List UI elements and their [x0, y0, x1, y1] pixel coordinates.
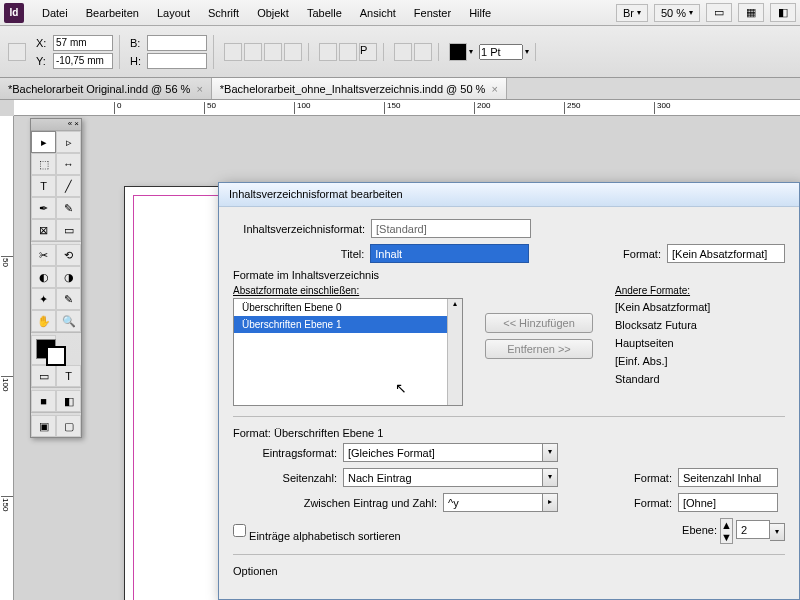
chevron-down-icon[interactable]: ▾ — [543, 443, 558, 462]
preview-view-icon[interactable]: ▢ — [56, 415, 81, 437]
pathfinder-icon[interactable] — [394, 43, 412, 61]
type-tool[interactable]: T — [31, 175, 56, 197]
remove-button[interactable]: Entfernen >> — [485, 339, 593, 359]
menu-datei[interactable]: Datei — [34, 3, 76, 23]
page-number-label: Seitenzahl: — [233, 472, 343, 484]
free-transform-tool[interactable]: ⟲ — [56, 244, 81, 266]
x-input[interactable] — [53, 35, 113, 51]
arrange-icon[interactable]: ◧ — [770, 3, 796, 22]
line-tool[interactable]: ╱ — [56, 175, 81, 197]
stepper-up-icon[interactable]: ▲ — [721, 519, 732, 531]
align-icon[interactable] — [414, 43, 432, 61]
toc-format-field[interactable] — [371, 219, 531, 238]
menu-tabelle[interactable]: Tabelle — [299, 3, 350, 23]
list-item[interactable]: Blocksatz Futura — [615, 316, 710, 334]
page-format-select[interactable] — [678, 468, 778, 487]
list-item-selected[interactable]: Überschriften Ebene 1 — [234, 316, 462, 333]
format-subheading: Format: Überschriften Ebene 1 — [233, 427, 785, 439]
list-item[interactable]: [Kein Absatzformat] — [615, 298, 710, 316]
entry-format-label: Eintragsformat: — [233, 447, 343, 459]
apply-gradient-icon[interactable]: ◧ — [56, 390, 81, 412]
scissors-tool[interactable]: ✂ — [31, 244, 56, 266]
zoom-tool[interactable]: 🔍 — [56, 310, 81, 332]
w-input[interactable] — [147, 35, 207, 51]
pen-tool[interactable]: ✒ — [31, 197, 56, 219]
alpha-sort-input[interactable] — [233, 521, 246, 540]
other-formats-list[interactable]: [Kein Absatzformat] Blocksatz Futura Hau… — [615, 298, 710, 388]
page-format-label: Format: — [608, 472, 678, 484]
stroke-weight-input[interactable] — [479, 44, 523, 60]
selection-tool[interactable]: ▸ — [31, 131, 56, 153]
gap-tool[interactable]: ↔ — [56, 153, 81, 175]
note-tool[interactable]: ✦ — [31, 288, 56, 310]
menu-schrift[interactable]: Schrift — [200, 3, 247, 23]
fill-stroke-swatch[interactable] — [31, 335, 56, 365]
list-item[interactable]: Standard — [615, 370, 710, 388]
page-tool[interactable]: ⬚ — [31, 153, 56, 175]
menu-fenster[interactable]: Fenster — [406, 3, 459, 23]
view-mode-icon[interactable]: ▭ — [706, 3, 732, 22]
vertical-ruler: 50 100 150 — [0, 116, 14, 600]
stepper-down-icon[interactable]: ▼ — [721, 531, 732, 543]
entry-format-select[interactable] — [343, 443, 543, 462]
between-format-select[interactable] — [678, 493, 778, 512]
menu-bearbeiten[interactable]: Bearbeiten — [78, 3, 147, 23]
list-item[interactable]: Überschriften Ebene 0 — [234, 299, 462, 316]
formatting-text-icon[interactable]: T — [56, 365, 81, 387]
menu-ansicht[interactable]: Ansicht — [352, 3, 404, 23]
title-input[interactable] — [370, 244, 529, 263]
list-item[interactable]: [Einf. Abs.] — [615, 352, 710, 370]
flip-v-icon[interactable] — [339, 43, 357, 61]
shear-icon[interactable] — [284, 43, 302, 61]
between-input[interactable] — [443, 493, 543, 512]
eyedropper-tool[interactable]: ✎ — [56, 288, 81, 310]
section-formats: Formate im Inhaltsverzeichnis — [233, 269, 785, 281]
rectangle-frame-tool[interactable]: ⊠ — [31, 219, 56, 241]
include-listbox[interactable]: Überschriften Ebene 0 Überschriften Eben… — [233, 298, 463, 406]
menu-layout[interactable]: Layout — [149, 3, 198, 23]
gradient-feather-tool[interactable]: ◑ — [56, 266, 81, 288]
formatting-container-icon[interactable]: ▭ — [31, 365, 56, 387]
hand-tool[interactable]: ✋ — [31, 310, 56, 332]
tab-original[interactable]: *Bachelorarbeit Original.indd @ 56 %× — [0, 78, 212, 99]
level-input[interactable] — [736, 520, 770, 539]
control-bar: X: Y: B: H: P ▾ ▾ — [0, 26, 800, 78]
page-number-select[interactable] — [343, 468, 543, 487]
para-format-select[interactable] — [667, 244, 785, 263]
level-label: Ebene: — [682, 524, 717, 536]
zoom-level[interactable]: 50 %▾ — [654, 4, 700, 22]
direct-selection-tool[interactable]: ▹ — [56, 131, 81, 153]
menu-hilfe[interactable]: Hilfe — [461, 3, 499, 23]
close-icon[interactable]: × — [196, 83, 202, 95]
pencil-tool[interactable]: ✎ — [56, 197, 81, 219]
h-input[interactable] — [147, 53, 207, 69]
flyout-icon[interactable]: ▸ — [543, 493, 558, 512]
gradient-swatch-tool[interactable]: ◐ — [31, 266, 56, 288]
rectangle-tool[interactable]: ▭ — [56, 219, 81, 241]
chevron-down-icon[interactable]: ▾ — [770, 523, 785, 541]
add-button[interactable]: << Hinzufügen — [485, 313, 593, 333]
tab-ohne-inhalt[interactable]: *Bachelorarbeit_ohne_Inhaltsverzeichnis.… — [212, 78, 507, 99]
tools-panel[interactable]: « × ▸ ▹ ⬚ ↔ T ╱ ✒ ✎ ⊠ ▭ ✂ ⟲ ◐ ◑ ✦ ✎ ✋ 🔍 … — [30, 118, 82, 438]
list-item[interactable]: Hauptseiten — [615, 334, 710, 352]
chevron-down-icon[interactable]: ▾ — [543, 468, 558, 487]
toc-format-label: Inhaltsverzeichnisformat: — [233, 223, 371, 235]
fill-swatch-icon[interactable] — [449, 43, 467, 61]
alpha-sort-checkbox[interactable]: Einträge alphabetisch sortieren — [233, 521, 407, 542]
scrollbar[interactable]: ▴ — [447, 299, 462, 405]
apply-color-icon[interactable]: ■ — [31, 390, 56, 412]
w-label: B: — [130, 37, 144, 49]
panel-header[interactable]: « × — [31, 119, 81, 131]
scale-x-icon[interactable] — [224, 43, 242, 61]
close-icon[interactable]: × — [491, 83, 497, 95]
ref-point-icon[interactable] — [8, 43, 26, 61]
rotate-icon[interactable] — [264, 43, 282, 61]
y-input[interactable] — [53, 53, 113, 69]
normal-view-icon[interactable]: ▣ — [31, 415, 56, 437]
select-container-icon[interactable]: P — [359, 43, 377, 61]
scale-y-icon[interactable] — [244, 43, 262, 61]
screen-mode-icon[interactable]: ▦ — [738, 3, 764, 22]
bridge-button[interactable]: Br▾ — [616, 4, 648, 22]
flip-h-icon[interactable] — [319, 43, 337, 61]
menu-objekt[interactable]: Objekt — [249, 3, 297, 23]
